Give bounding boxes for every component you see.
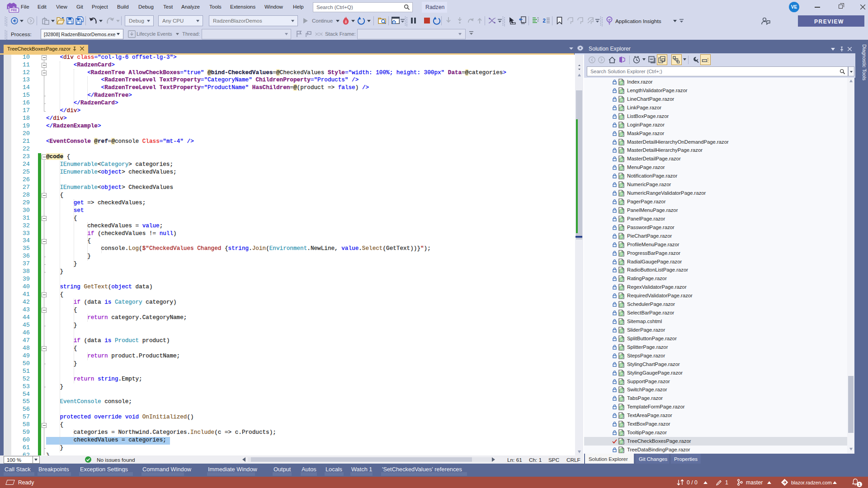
svg-text:2: 2 (542, 18, 546, 24)
svg-text:@: @ (619, 140, 623, 145)
svg-text:PRE: PRE (11, 9, 17, 12)
svg-text:@: @ (619, 225, 623, 230)
svg-text:@: @ (619, 285, 623, 290)
svg-text:@: @ (619, 439, 623, 444)
svg-text:@: @ (619, 234, 623, 239)
svg-text:@: @ (619, 353, 623, 359)
svg-text:@: @ (619, 191, 623, 196)
svg-text:@: @ (619, 396, 623, 401)
svg-text:@: @ (619, 319, 623, 324)
svg-text:@: @ (619, 165, 623, 170)
svg-text:@: @ (619, 216, 623, 222)
svg-text:@: @ (619, 379, 623, 385)
svg-text:@: @ (619, 362, 623, 367)
svg-text:@: @ (619, 293, 623, 299)
svg-text:@: @ (619, 105, 623, 111)
svg-text:@: @ (619, 80, 623, 85)
svg-text:@: @ (619, 174, 623, 179)
svg-text:@: @ (619, 413, 623, 418)
svg-text:@: @ (619, 328, 623, 333)
svg-text:@: @ (619, 276, 623, 282)
svg-text:@: @ (619, 447, 623, 453)
svg-text:@: @ (619, 242, 623, 248)
svg-text:@: @ (619, 267, 623, 273)
svg-text:@: @ (619, 422, 623, 427)
svg-text:@: @ (619, 131, 623, 136)
svg-text:@: @ (619, 156, 623, 162)
svg-text:@: @ (619, 88, 623, 94)
svg-text:@: @ (619, 302, 623, 307)
svg-text:@: @ (619, 199, 623, 205)
svg-text:@: @ (619, 251, 623, 256)
svg-text:@: @ (619, 148, 623, 153)
svg-text:@: @ (619, 114, 623, 119)
svg-text:@: @ (619, 97, 623, 102)
svg-text:@: @ (619, 122, 623, 128)
svg-text:@: @ (619, 404, 623, 410)
svg-text:@: @ (619, 371, 623, 376)
svg-text:@: @ (619, 345, 623, 350)
svg-text:@: @ (619, 430, 623, 436)
svg-text:@: @ (619, 336, 623, 342)
svg-text:@: @ (619, 208, 623, 213)
svg-text:@: @ (619, 182, 623, 188)
svg-text:@: @ (619, 259, 623, 265)
svg-text:@: @ (619, 310, 623, 316)
svg-text:@: @ (619, 387, 623, 393)
